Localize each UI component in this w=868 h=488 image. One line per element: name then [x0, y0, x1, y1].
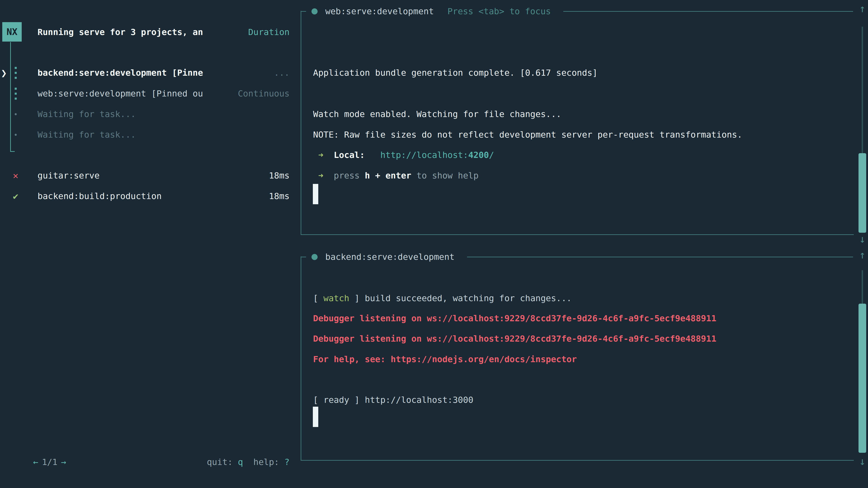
scroll-up-icon[interactable]: ↑ [857, 248, 868, 262]
task-group-tree-elbow [10, 151, 15, 152]
panel-title: backend:serve:development [325, 252, 455, 262]
panel-bullet-icon [311, 8, 318, 14]
task-name: Waiting for task... [37, 109, 136, 119]
task-row-web-serve[interactable]: web:serve:development [Pinned ou Continu… [0, 83, 298, 104]
task-row-backend-build[interactable]: ✔ backend:build:production 18ms [0, 186, 298, 206]
waiting-dot-icon [10, 113, 21, 115]
log-line-watch-succeeded: [ watch ] build succeeded, watching for … [313, 288, 572, 308]
panel-top-border [467, 257, 853, 257]
running-spinner-icon [10, 67, 21, 79]
terminal-cursor [313, 407, 318, 427]
waiting-dot-icon [10, 134, 21, 136]
success-check-icon: ✔ [10, 191, 21, 201]
scrollbar-track[interactable] [862, 270, 863, 304]
scroll-down-icon[interactable]: ↓ [857, 232, 868, 246]
task-name: guitar:serve [37, 170, 100, 181]
scrollbar-thumb[interactable] [859, 304, 866, 453]
log-line-bundle-complete: Application bundle generation complete. … [313, 62, 597, 83]
panel-bullet-icon [311, 254, 318, 260]
log-line-debugger-2: Debugger listening on ws://localhost:922… [313, 328, 716, 349]
page-indicator: 1/1 [42, 457, 57, 467]
help-shortcut-label: help: [243, 457, 284, 467]
task-duration: Continuous [238, 89, 289, 98]
task-name: backend:build:production [37, 191, 162, 201]
duration-column-header: Duration [248, 27, 289, 37]
panel-top-border [563, 11, 853, 12]
scrollbar-track[interactable] [862, 27, 863, 153]
task-row-guitar-serve[interactable]: ✕ guitar:serve 18ms [0, 165, 298, 186]
task-duration: 18ms [269, 191, 289, 201]
task-duration: 18ms [269, 170, 289, 181]
task-row-backend-serve[interactable]: ❯ backend:serve:development [Pinne ... [0, 62, 298, 83]
focus-hint: Press <tab> to focus [447, 6, 551, 16]
border-stub [301, 11, 306, 12]
page-prev-icon[interactable]: ← [33, 457, 38, 467]
localhost-4200-link[interactable]: http://localhost: [380, 150, 468, 160]
task-row-waiting-1[interactable]: Waiting for task... [0, 104, 298, 125]
localhost-4200-slash[interactable]: / [489, 150, 494, 160]
scroll-down-icon[interactable]: ↓ [857, 455, 868, 468]
task-name: backend:serve:development [Pinne [37, 68, 203, 78]
log-line-debugger-help: For help, see: https://nodejs.org/en/doc… [313, 349, 577, 369]
log-line-local-url: ➜ Local: http://localhost:4200/ [313, 144, 494, 165]
running-spinner-icon [10, 88, 21, 100]
localhost-4200-port[interactable]: 4200 [468, 150, 489, 160]
log-line-debugger-1: Debugger listening on ws://localhost:922… [313, 308, 716, 329]
log-line-ready: [ ready ] http://localhost:3000 [313, 390, 473, 410]
quit-shortcut-label: quit: [207, 457, 238, 467]
sidebar-bottom-bar: ←1/1→ quit: q help: ? [0, 452, 298, 473]
log-line-watch-mode: Watch mode enabled. Watching for file ch… [313, 104, 561, 125]
border-stub [301, 257, 306, 257]
web-serve-panel-header[interactable]: web:serve:development Press <tab> to foc… [301, 1, 853, 22]
page-next-icon[interactable]: → [61, 457, 66, 467]
quit-shortcut-key: q [238, 457, 243, 467]
task-name: web:serve:development [Pinned ou [37, 89, 203, 98]
selected-chevron-icon: ❯ [1, 67, 7, 78]
scrollbar-thumb[interactable] [859, 153, 866, 233]
scroll-up-icon[interactable]: ↑ [857, 2, 868, 15]
task-row-waiting-2[interactable]: Waiting for task... [0, 124, 298, 145]
prompt-arrow-icon: ➜ [313, 150, 334, 160]
prompt-arrow-icon: ➜ [313, 170, 334, 181]
run-summary-title: Running serve for 3 projects, an [37, 27, 203, 37]
log-line-help-hint: ➜ press h + enter to show help [313, 165, 478, 186]
panel-title: web:serve:development [325, 6, 434, 16]
task-list-header: Running serve for 3 projects, an Duratio… [0, 22, 298, 42]
task-name: Waiting for task... [37, 130, 136, 140]
help-shortcut-key: ? [284, 457, 289, 467]
terminal-cursor [313, 184, 318, 204]
log-line-note: NOTE: Raw file sizes do not reflect deve… [313, 124, 742, 145]
failed-x-icon: ✕ [10, 170, 21, 181]
backend-serve-panel-header[interactable]: backend:serve:development [301, 247, 853, 267]
task-duration: ... [274, 68, 289, 78]
